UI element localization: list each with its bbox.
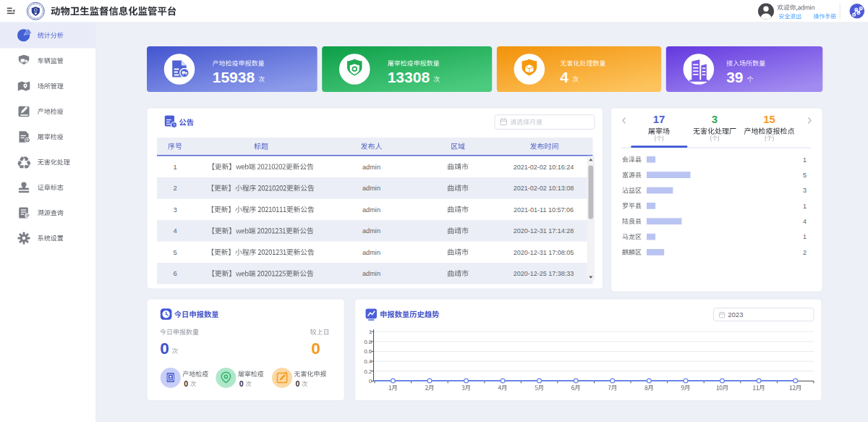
svg-text:13308: 13308 [388, 69, 430, 85]
svg-text:0: 0 [295, 379, 299, 388]
svg-text:2020-12-31 17:14:28: 2020-12-31 17:14:28 [514, 227, 574, 235]
svg-text:0: 0 [369, 378, 373, 384]
svg-text:0.8: 0.8 [364, 339, 373, 345]
svg-text:3: 3 [712, 113, 718, 125]
svg-text:4: 4 [803, 218, 807, 225]
svg-text:admin: admin [362, 270, 380, 277]
svg-text:4: 4 [560, 69, 569, 85]
svg-text:2023: 2023 [728, 311, 743, 318]
svg-text:0: 0 [311, 339, 320, 358]
svg-text:3: 3 [803, 187, 807, 194]
svg-text:0: 0 [160, 339, 169, 358]
svg-text:admin: admin [362, 185, 380, 192]
svg-text:0: 0 [184, 379, 188, 388]
svg-text:admin: admin [362, 164, 380, 171]
svg-text:39: 39 [726, 69, 743, 85]
svg-text:2021-01-11 10:57:06: 2021-01-11 10:57:06 [514, 206, 574, 214]
svg-text:0.6: 0.6 [364, 348, 373, 355]
svg-text:15: 15 [763, 113, 775, 125]
svg-text:1: 1 [803, 233, 807, 240]
svg-text:3: 3 [173, 206, 176, 214]
svg-text:1: 1 [803, 156, 807, 164]
svg-text:2021-02-02 10:16:24: 2021-02-02 10:16:24 [514, 164, 574, 171]
svg-text:admin: admin [362, 206, 380, 214]
svg-text:2020-12-31 17:08:05: 2020-12-31 17:08:05 [514, 249, 574, 256]
svg-text:0.4: 0.4 [364, 358, 373, 365]
svg-text:2: 2 [173, 184, 176, 192]
svg-text:5: 5 [803, 172, 807, 179]
svg-text:admin: admin [362, 249, 380, 256]
svg-text:1: 1 [173, 163, 176, 171]
svg-text:2: 2 [803, 249, 807, 256]
svg-text:0.2: 0.2 [364, 368, 373, 375]
svg-text:5: 5 [173, 248, 176, 256]
svg-text:6: 6 [173, 269, 176, 277]
svg-text:1: 1 [803, 203, 807, 210]
svg-text:4: 4 [173, 227, 176, 235]
svg-text:1: 1 [369, 329, 373, 335]
svg-text:2021-02-02 10:13:08: 2021-02-02 10:13:08 [514, 185, 574, 192]
svg-text:17: 17 [653, 113, 665, 125]
svg-text:2020-12-25 17:38:33: 2020-12-25 17:38:33 [514, 270, 574, 277]
svg-text:0: 0 [239, 379, 244, 388]
svg-text:admin: admin [362, 227, 380, 235]
svg-text:15938: 15938 [213, 69, 255, 85]
